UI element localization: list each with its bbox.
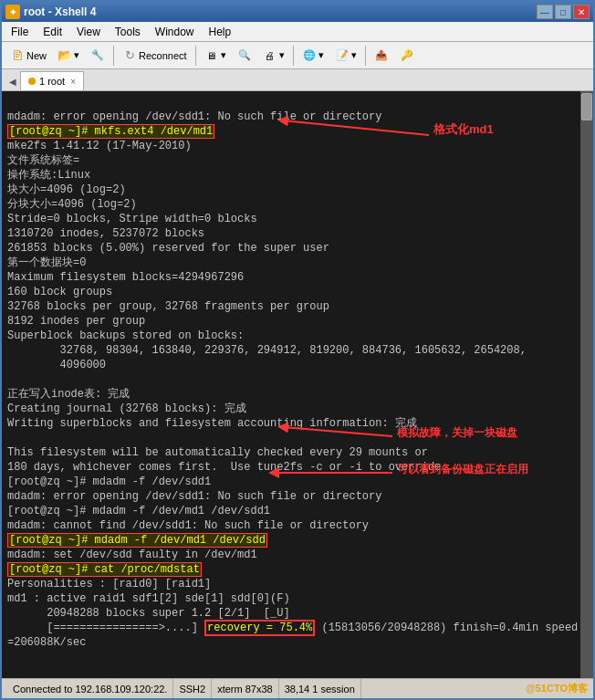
line-28: [root@zq ~]# mdadm -f /dev/md1 /dev/sdd1 xyxy=(7,505,270,517)
properties-button[interactable]: 🔧 xyxy=(86,45,110,67)
line-12: Maximum filesystem blocks=4294967296 xyxy=(7,271,244,284)
menu-bar: File Edit View Tools Window Help xyxy=(2,22,593,42)
new-label: New xyxy=(26,50,47,61)
line-32: [root@zq ~]# cat /proc/mdstat xyxy=(7,562,202,577)
tab-bar: ◀ 1 root × xyxy=(2,69,593,91)
line-21: Creating journal (32768 blocks): 完成 xyxy=(7,402,246,415)
line-33: Personalities : [raid0] [raid1] xyxy=(7,578,211,590)
line-17: 32768, 98304, 163840, 229376, 294912, 81… xyxy=(7,344,527,357)
toolbar: 🖹 New 📂 ▾ 🔧 ↻ Reconnect 🖥 ▾ 🔍 🖨 ▾ 🌐 xyxy=(2,42,593,69)
key-button[interactable]: 🔑 xyxy=(395,45,419,67)
scrollbar-thumb[interactable] xyxy=(581,93,592,120)
toolbar-sep-1 xyxy=(113,46,114,66)
terminal-container[interactable]: mdadm: error opening /dev/sdd1: No such … xyxy=(2,91,593,678)
reconnect-icon: ↻ xyxy=(122,48,137,63)
zoom-button[interactable]: 🔍 xyxy=(233,45,256,67)
maximize-button[interactable]: □ xyxy=(555,5,571,19)
line-36: [================>....] recovery = 75.4%… xyxy=(7,620,578,636)
title-controls: — □ ✕ xyxy=(537,5,590,19)
close-button[interactable]: ✕ xyxy=(573,5,590,19)
line-34: md1 : active raid1 sdf1[2] sde[1] sdd[0]… xyxy=(7,592,290,605)
title-bar: ✦ root - Xshell 4 — □ ✕ xyxy=(2,2,593,22)
line-14: 32768 blocks per group, 32768 fragments … xyxy=(7,300,329,313)
zoom-icon: 🔍 xyxy=(237,48,252,63)
connect-button[interactable]: 🌐 ▾ xyxy=(298,45,329,67)
line-1: mdadm: error opening /dev/sdd1: No such … xyxy=(7,110,381,123)
menu-help[interactable]: Help xyxy=(202,24,239,40)
scrollbar[interactable] xyxy=(580,91,593,678)
print-icon: 🖨 xyxy=(263,48,277,63)
status-bar: Connected to 192.168.109.120:22. SSH2 xt… xyxy=(2,678,593,698)
sftp-icon: 📤 xyxy=(374,48,389,63)
folder-dropdown: ▾ xyxy=(74,49,79,61)
session-tab[interactable]: 1 root × xyxy=(20,71,84,90)
toolbar-sep-3 xyxy=(293,46,294,66)
toolbar-sep-2 xyxy=(195,46,196,66)
script-icon: 📝 xyxy=(335,48,350,63)
xshell-window: ✦ root - Xshell 4 — □ ✕ File Edit View T… xyxy=(0,0,595,700)
line-6: 块大小=4096 (log=2) xyxy=(7,183,126,196)
connect-icon: 🌐 xyxy=(302,48,317,63)
menu-window[interactable]: Window xyxy=(148,24,202,40)
line-31: mdadm: set /dev/sdd faulty in /dev/md1 xyxy=(7,549,257,561)
line-15: 8192 inodes per group xyxy=(7,315,145,328)
app-icon: ✦ xyxy=(5,5,20,19)
terminal-settings-icon: 🖥 xyxy=(204,48,219,63)
line-24: This filesystem will be automatically ch… xyxy=(7,446,428,459)
line-2: [root@zq ~]# mkfs.ext4 /dev/md1 xyxy=(7,124,214,139)
menu-file[interactable]: File xyxy=(4,24,36,40)
title-bar-left: ✦ root - Xshell 4 xyxy=(5,5,96,19)
status-term: xterm 87x38 xyxy=(212,679,279,698)
line-26: [root@zq ~]# mdadm -f /dev/sdd1 xyxy=(7,475,211,488)
status-connection: Connected to 192.168.109.120:22. xyxy=(7,679,173,698)
terminal-settings-button[interactable]: 🖥 ▾ xyxy=(200,45,231,67)
menu-tools[interactable]: Tools xyxy=(108,24,148,40)
tab-label: 1 root xyxy=(39,76,65,87)
line-20: 正在写入inode表: 完成 xyxy=(7,388,130,401)
line-13: 160 block groups xyxy=(7,286,112,298)
line-37: =206088K/sec xyxy=(7,636,86,649)
line-11: 第一个数据块=0 xyxy=(7,256,86,269)
line-8: Stride=0 blocks, Stripe width=0 blocks xyxy=(7,213,257,225)
line-25: 180 days, whichever comes first. Use tun… xyxy=(7,461,447,474)
line-22: Writing superblocks and filesystem accou… xyxy=(7,417,417,430)
line-18: 4096000 xyxy=(7,359,106,371)
folder-icon: 📂 xyxy=(57,48,72,63)
line-29: mdadm: cannot find /dev/sdd1: No such fi… xyxy=(7,519,369,532)
print-button[interactable]: 🖨 ▾ xyxy=(258,45,289,67)
tab-close-button[interactable]: × xyxy=(70,77,76,87)
menu-view[interactable]: View xyxy=(69,24,108,40)
properties-icon: 🔧 xyxy=(90,48,105,63)
line-30: [root@zq ~]# mdadm -f /dev/md1 /dev/sdd xyxy=(7,533,267,548)
status-session: 38,14 1 session xyxy=(279,679,361,698)
minimize-button[interactable]: — xyxy=(537,5,553,19)
line-9: 1310720 inodes, 5237072 blocks xyxy=(7,227,204,240)
terminal-output[interactable]: mdadm: error opening /dev/sdd1: No such … xyxy=(2,91,593,668)
line-4: 文件系统标签= xyxy=(7,154,79,167)
sftp-button[interactable]: 📤 xyxy=(370,45,393,67)
window-title: root - Xshell 4 xyxy=(24,5,96,18)
line-16: Superblock backups stored on blocks: xyxy=(7,329,244,342)
line-3: mke2fs 1.41.12 (17-May-2010) xyxy=(7,140,192,152)
tab-status-dot xyxy=(28,78,36,85)
line-27: mdadm: error opening /dev/sdd1: No such … xyxy=(7,490,381,503)
status-ssh: SSH2 xyxy=(173,679,212,698)
toolbar-sep-4 xyxy=(365,46,366,66)
status-logo: @51CTO博客 xyxy=(526,682,588,695)
line-5: 操作系统:Linux xyxy=(7,169,90,182)
line-35: 20948288 blocks super 1.2 [2/1] [_U] xyxy=(7,607,290,620)
line-7: 分块大小=4096 (log=2) xyxy=(7,198,137,211)
new-icon: 🖹 xyxy=(10,48,25,63)
key-icon: 🔑 xyxy=(400,48,414,63)
menu-edit[interactable]: Edit xyxy=(36,24,69,40)
tab-prev-arrow[interactable]: ◀ xyxy=(5,72,20,90)
reconnect-button[interactable]: ↻ Reconnect xyxy=(118,45,192,67)
script-button[interactable]: 📝 ▾ xyxy=(330,45,361,67)
reconnect-label: Reconnect xyxy=(139,50,187,61)
folder-button[interactable]: 📂 ▾ xyxy=(53,45,84,67)
new-button[interactable]: 🖹 New xyxy=(5,45,51,67)
line-10: 261853 blocks (5.00%) reserved for the s… xyxy=(7,242,329,255)
